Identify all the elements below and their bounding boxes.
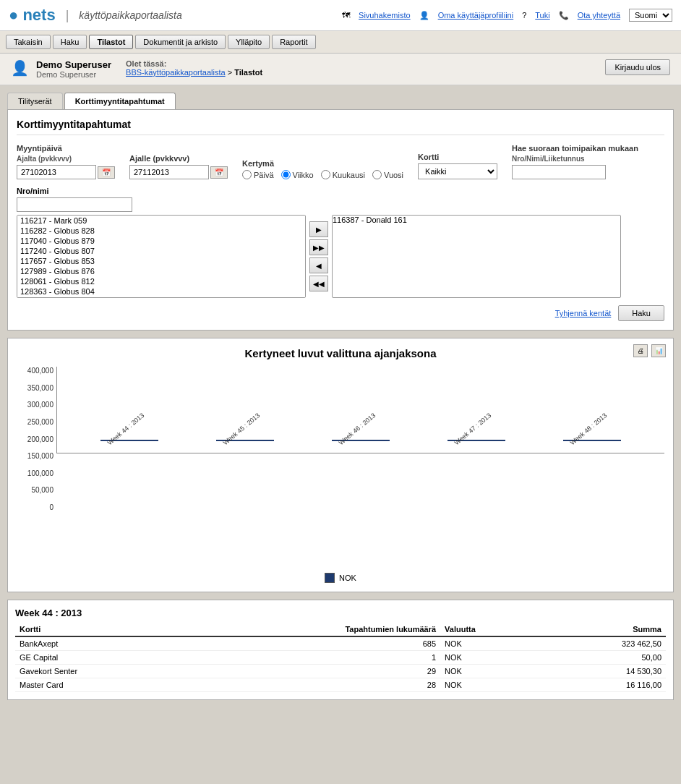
y-axis: 400,000 350,000 300,000 250,000 200,000 … [17,367,56,511]
contact-icon: 📞 [559,11,569,20]
move-all-left-btn[interactable]: ◀◀ [309,276,328,291]
table-header-row: Kortti Tapahtumien lukumäärä Valuutta Su… [15,623,666,636]
bar-week45-label: Week 45 : 2013 [216,409,265,451]
documents-button[interactable]: Dokumentit ja arkisto [135,35,226,49]
bar-week45: Week 45 : 2013 [216,440,274,453]
radio-viikko-label[interactable]: Viikko [281,170,314,179]
list-section: Nro/nimi 116217 - Mark 059 116282 - Glob… [17,187,664,298]
search-button[interactable]: Haku [53,35,87,49]
clear-fields-button[interactable]: Tyhjennä kentät [555,309,612,318]
hae-input[interactable] [512,165,606,179]
profile-link[interactable]: Oma käyttäjäprofiiliini [438,11,514,20]
user-text: Demo Superuser Demo Superuser [36,59,111,79]
logo-area: ● nets | käyttöpaikkaportaalista [9,6,182,25]
sitemap-link[interactable]: Sivuhakemisto [359,11,411,20]
user-info: 👤 Demo Superuser Demo Superuser [11,59,111,79]
statistics-button[interactable]: Tilastot [89,35,133,49]
cell-kortti-4: Master Card [15,678,186,692]
cell-summa-3: 14 530,30 [541,665,666,678]
contact-link[interactable]: Ota yhteyttä [578,11,620,20]
cell-summa-2: 50,00 [541,651,666,665]
admin-button[interactable]: Ylläpito [228,35,270,49]
hae-group: Hae suoraan toimipaikan mukaan Nro/Nimi/… [512,144,638,179]
left-list[interactable]: 116217 - Mark 059 116282 - Globus 828 11… [17,215,306,298]
chart-legend: NOK [17,573,664,583]
radio-kuukausi[interactable] [321,170,330,179]
profile-icon: 👤 [419,11,429,20]
radio-paiva-label[interactable]: Päivä [242,170,274,179]
ajalle-input[interactable] [129,165,209,179]
hae-label: Hae suoraan toimipaikan mukaan [512,144,638,153]
ajalta-wrapper: 📅 [17,165,115,179]
reports-button[interactable]: Raportit [272,35,316,49]
logout-button[interactable]: Kirjaudu ulos [605,59,670,75]
radio-vuosi[interactable] [372,170,382,179]
kertuma-group: Kertymä Päivä Viikko Kuukausi Vuosi [242,159,403,179]
col-summa: Summa [541,623,666,636]
move-right-btn[interactable]: ▶ [309,221,328,237]
week-title: Week 44 : 2013 [15,608,666,618]
ajalta-input[interactable] [17,165,96,179]
myyntipaiva-group: Myyntipäivä Ajalta (pvkkvvv) 📅 [17,144,115,179]
chart-icons: 🖨 📊 [633,344,666,357]
ajalta-calendar-btn[interactable]: 📅 [98,166,115,179]
col-valuutta: Valuutta [440,623,541,636]
data-table: Kortti Tapahtumien lukumäärä Valuutta Su… [15,623,666,692]
tab-tilityse[interactable]: Tilityserät [7,93,63,109]
chart-export-btn[interactable]: 📊 [651,344,666,357]
nro-nimi-label: Nro/nimi [17,187,664,195]
table-row: Gavekort Senter 29 NOK 14 530,30 [15,665,666,678]
table-row: GE Capital 1 NOK 50,00 [15,651,666,665]
radio-kuukausi-label[interactable]: Kuukausi [321,170,365,179]
cell-kortti-2: GE Capital [15,651,186,665]
back-button[interactable]: Takaisin [6,35,51,49]
ajalle-wrapper: 📅 [129,165,228,179]
bar-week48: Week 48 : 2013 [563,440,621,453]
top-nav-right: 🗺 Sivuhakemisto 👤 Oma käyttäjäprofiiliin… [342,9,672,22]
bar-week44: Week 44 : 2013 [100,440,158,453]
radio-vuosi-label[interactable]: Vuosi [372,170,403,179]
breadcrumb-current: Tilastot [234,68,262,77]
col-kortti: Kortti [15,623,186,636]
tab-korttimyynti[interactable]: Korttimyyntitapahtumat [64,93,176,109]
hae-sublabel: Nro/Nimi/Liiketunnus [512,155,638,163]
ajalle-calendar-btn[interactable]: 📅 [210,166,228,179]
bar-week46-label: Week 46 : 2013 [332,409,381,451]
main-content: Tilityserät Korttimyyntitapahtumat Kortt… [0,85,681,715]
logo: ● nets [9,6,56,25]
user-icon: 👤 [11,59,29,77]
right-list[interactable]: 116387 - Donald 161 [332,215,621,298]
cell-lkm-4: 28 [186,678,440,692]
radio-viikko[interactable] [281,170,291,179]
support-icon: ? [522,11,526,20]
chart-print-btn[interactable]: 🖨 [633,344,648,357]
myyntipaiva-label: Myyntipäivä [17,144,115,153]
legend-nok-box [325,573,335,583]
cell-valuutta-4: NOK [440,678,541,692]
move-all-right-btn[interactable]: ▶▶ [309,239,328,255]
breadcrumb-link[interactable]: BBS-käyttöpaikkaportaalista [126,68,226,77]
transfer-buttons: ▶ ▶▶ ◀ ◀◀ [309,221,328,291]
list-container: 116217 - Mark 059 116282 - Globus 828 11… [17,215,664,298]
cell-kortti-3: Gavekort Senter [15,665,186,678]
language-select[interactable]: Suomi [629,9,672,22]
form-row-1: Myyntipäivä Ajalta (pvkkvvv) 📅 Ajalle (p… [17,144,664,179]
chart-bars: Week 44 : 2013 Week 45 : 2013 Week 46 : … [56,367,664,453]
cell-valuutta-1: NOK [440,636,541,651]
bar-week47: Week 47 : 2013 [447,440,505,453]
sitemap-icon: 🗺 [342,11,350,20]
haku-button[interactable]: Haku [618,305,664,321]
support-link[interactable]: Tuki [535,11,549,20]
bar-week47-label: Week 47 : 2013 [447,409,497,451]
table-row: Master Card 28 NOK 16 116,00 [15,678,666,692]
user-name: Demo Superuser [36,59,111,70]
move-left-btn[interactable]: ◀ [309,257,328,273]
cell-valuutta-3: NOK [440,665,541,678]
radio-paiva[interactable] [242,170,252,179]
nro-nimi-input[interactable] [17,197,132,212]
chart-area: 400,000 350,000 300,000 250,000 200,000 … [17,367,664,569]
logo-separator: | [66,8,69,23]
cell-lkm-1: 685 [186,636,440,651]
breadcrumb-path: BBS-käyttöpaikkaportaalista > Tilastot [126,68,262,77]
kortti-select[interactable]: Kaikki [418,163,497,179]
